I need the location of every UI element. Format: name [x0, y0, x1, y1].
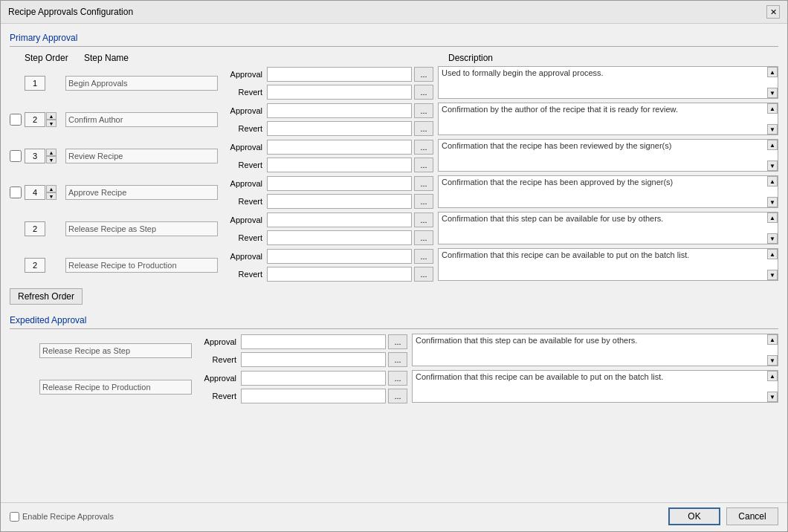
cancel-button[interactable]: Cancel [726, 507, 778, 525]
revert-input-exp-release-production[interactable] [241, 389, 386, 403]
step-row-exp-release-as-step: Approval ... Revert ... Confirmation tha… [10, 334, 778, 368]
step-name-confirm-author[interactable] [65, 112, 218, 127]
checkbox-approve-recipe[interactable] [10, 186, 22, 198]
revert-input-exp-release-as-step[interactable] [241, 352, 386, 367]
revert-input-confirm-author[interactable] [267, 121, 412, 136]
desc-scroll-up-review-recipe[interactable]: ▲ [767, 140, 778, 150]
approval-input-exp-release-as-step[interactable] [241, 334, 386, 349]
revert-row-begin: Revert ... [221, 84, 433, 100]
desc-scroll-up-release-production[interactable]: ▲ [767, 249, 778, 259]
desc-exp-release-production: Confirmation that this recipe can be ava… [412, 370, 778, 403]
order-down-review-recipe[interactable]: ▼ [46, 156, 56, 163]
desc-exp-release-as-step: Confirmation that this step can be avail… [412, 334, 778, 366]
revert-input-review-recipe[interactable] [267, 158, 412, 172]
step-row-review-recipe: 3 ▲ ▼ Approval ... [10, 139, 778, 173]
approval-input-confirm-author[interactable] [267, 103, 412, 118]
approval-dots-exp-release-as-step[interactable]: ... [388, 334, 407, 349]
desc-scroll-down-exp-release-production[interactable]: ▼ [767, 392, 778, 402]
dialog-footer: Enable Recipe Approvals OK Cancel [1, 502, 787, 531]
refresh-order-button[interactable]: Refresh Order [10, 288, 83, 305]
expedited-approval-section: Expedited Approval Approval ... [10, 312, 778, 406]
desc-scroll-down-begin[interactable]: ▼ [767, 88, 778, 98]
order-down-confirm-author[interactable]: ▼ [46, 120, 56, 127]
approval-input-exp-release-production[interactable] [241, 371, 386, 386]
order-box-release-prod: 2 [25, 258, 65, 273]
order-up-confirm-author[interactable]: ▲ [46, 112, 56, 120]
step-name-exp-release-production[interactable] [39, 380, 192, 395]
desc-scroll-up-release-as-step[interactable]: ▲ [767, 213, 778, 223]
desc-scroll-down-exp-release-as-step[interactable]: ▼ [767, 355, 778, 366]
primary-divider [10, 46, 778, 47]
step-name-exp-release-as-step[interactable] [39, 343, 192, 358]
approval-dots-review-recipe[interactable]: ... [414, 140, 433, 155]
order-num-release-prod: 2 [25, 258, 45, 273]
approval-input-release-as-step[interactable] [267, 213, 412, 227]
step-row-release-production: 2 Approval ... Revert ... [10, 248, 778, 282]
revert-dots-approve-recipe[interactable]: ... [414, 194, 433, 209]
approval-dots-begin[interactable]: ... [414, 67, 433, 82]
revert-input-begin[interactable] [267, 85, 412, 100]
checkbox-review-recipe[interactable] [10, 150, 22, 162]
step-row-begin-approvals: 1 Approval ... Revert ... [10, 66, 778, 100]
step-row-release-as-step: 2 Approval ... Revert ... [10, 212, 778, 246]
desc-confirm-author: Confirmation by the author of the recipe… [438, 103, 778, 135]
step-name-header: Step Name [84, 53, 240, 63]
desc-scroll-up-approve-recipe[interactable]: ▲ [767, 176, 778, 186]
revert-dots-exp-release-as-step[interactable]: ... [388, 352, 407, 367]
checkbox-confirm-author[interactable] [10, 114, 22, 126]
order-num-1: 1 [25, 76, 45, 91]
desc-scroll-down-approve-recipe[interactable]: ▼ [767, 197, 778, 207]
approval-dots-approve-recipe[interactable]: ... [414, 176, 433, 191]
enable-recipe-approvals-checkbox[interactable] [10, 512, 19, 522]
column-headers: Step Order Step Name Description [10, 51, 778, 65]
revert-dots-review-recipe[interactable]: ... [414, 158, 433, 172]
step-name-release-as-step[interactable] [65, 221, 218, 236]
desc-scroll-up-confirm-author[interactable]: ▲ [767, 103, 778, 114]
order-num-4: 4 [25, 185, 45, 200]
desc-scroll-down-confirm-author[interactable]: ▼ [767, 124, 778, 134]
desc-scroll-down-release-as-step[interactable]: ▼ [767, 233, 778, 244]
step-name-begin-approvals[interactable] [65, 76, 218, 91]
dialog-title: Recipe Approvals Configuration [8, 7, 133, 17]
revert-dots-release-as-step[interactable]: ... [414, 230, 433, 245]
order-box-4: 4 ▲ ▼ [25, 185, 65, 200]
desc-scroll-up-exp-release-production[interactable]: ▲ [767, 371, 778, 381]
order-box-1: 1 [25, 76, 65, 91]
revert-dots-exp-release-production[interactable]: ... [388, 389, 407, 403]
approval-dots-confirm-author[interactable]: ... [414, 103, 433, 118]
revert-dots-release-production[interactable]: ... [414, 267, 433, 282]
approval-input-review-recipe[interactable] [267, 140, 412, 155]
revert-input-release-production[interactable] [267, 267, 412, 282]
desc-review-recipe: Confirmation that the recipe has been re… [438, 139, 778, 172]
title-bar: Recipe Approvals Configuration ✕ [1, 1, 787, 24]
approval-dots-exp-release-production[interactable]: ... [388, 371, 407, 386]
revert-dots-begin[interactable]: ... [414, 85, 433, 100]
close-button[interactable]: ✕ [766, 5, 780, 19]
approval-dots-release-production[interactable]: ... [414, 249, 433, 264]
desc-scroll-down-release-production[interactable]: ▼ [767, 270, 778, 280]
order-box-release-step: 2 [25, 221, 65, 236]
order-up-review-recipe[interactable]: ▲ [46, 149, 56, 156]
approval-dots-release-as-step[interactable]: ... [414, 213, 433, 227]
enable-checkbox-area: Enable Recipe Approvals [10, 512, 114, 522]
desc-scroll-down-review-recipe[interactable]: ▼ [767, 160, 778, 171]
order-up-approve-recipe[interactable]: ▲ [46, 185, 56, 192]
step-name-release-production[interactable] [65, 258, 218, 273]
approval-input-approve-recipe[interactable] [267, 176, 412, 191]
order-down-approve-recipe[interactable]: ▼ [46, 192, 56, 200]
step-name-approve-recipe[interactable] [65, 185, 218, 200]
ok-button[interactable]: OK [668, 507, 720, 525]
revert-input-approve-recipe[interactable] [267, 194, 412, 209]
order-box-2: 2 ▲ ▼ [25, 112, 65, 127]
desc-scroll-up-begin[interactable]: ▲ [767, 67, 778, 77]
order-num-3: 3 [25, 149, 45, 163]
expedited-approval-label: Expedited Approval [10, 315, 778, 325]
description-header: Description [448, 53, 778, 63]
approval-input-begin[interactable] [267, 67, 412, 82]
revert-input-release-as-step[interactable] [267, 230, 412, 245]
step-order-header: Step Order [25, 53, 84, 63]
revert-dots-confirm-author[interactable]: ... [414, 121, 433, 136]
approval-input-release-production[interactable] [267, 249, 412, 264]
desc-scroll-up-exp-release-as-step[interactable]: ▲ [767, 334, 778, 345]
step-name-review-recipe[interactable] [65, 149, 218, 163]
